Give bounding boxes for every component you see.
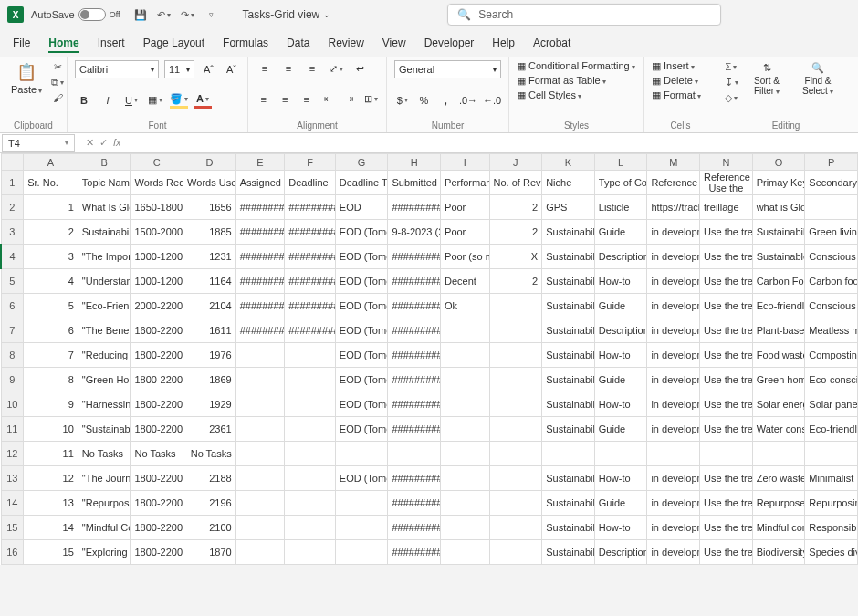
cell[interactable]: Ok [441,294,490,318]
cell[interactable] [441,516,490,540]
cell[interactable]: GPS [542,195,595,220]
cell[interactable]: Solar energy [752,392,805,417]
cell[interactable]: in development [647,245,700,269]
cell[interactable]: Use the treillage [700,516,753,540]
cell[interactable]: 6 [24,318,78,343]
cell[interactable]: ######### [285,294,336,318]
cell[interactable]: Conscious living [805,245,858,269]
cell[interactable] [388,442,441,466]
cell[interactable] [489,318,542,343]
search-input[interactable]: 🔍 Search [447,4,721,26]
font-color-button[interactable]: A [194,92,212,109]
italic-button[interactable]: I [99,92,117,109]
copy-icon[interactable]: ⧉ [51,76,64,89]
cell[interactable]: Use the treillage [700,491,753,516]
cell[interactable]: 1800-2200 [131,516,183,540]
cell[interactable] [235,417,285,442]
cell[interactable] [235,343,285,368]
cell[interactable]: 1800-2200 [131,343,183,368]
undo-icon[interactable]: ↶ [157,7,172,22]
cell[interactable] [335,516,388,540]
row-head-13[interactable]: 13 [1,466,24,491]
cell-styles-button[interactable]: ▦ Cell Styles [517,89,636,101]
number-format-select[interactable]: General▾ [394,60,501,78]
fx-icon[interactable]: fx [113,137,121,149]
cell[interactable]: 8 [24,368,78,392]
delete-cells-button[interactable]: ▦ Delete [652,75,709,87]
cell[interactable]: 2196 [183,491,236,516]
cell[interactable]: in development [647,269,700,294]
cell[interactable]: Water conservation [752,417,805,442]
cell[interactable]: Use the treillage [700,466,753,491]
header-cell[interactable]: Secondary Key [805,171,858,195]
cell[interactable]: 2100 [183,516,236,540]
tab-acrobat[interactable]: Acrobat [533,35,570,53]
header-cell[interactable]: Sr. No. [24,171,78,195]
cell[interactable]: "Exploring [78,540,131,565]
cell[interactable]: Use the treillage [700,343,753,368]
cell[interactable]: Solar panel [805,392,858,417]
cell[interactable]: EOD (Tomorrow) [335,392,388,417]
cell[interactable] [489,343,542,368]
header-cell[interactable]: Topic Name [78,171,131,195]
header-cell[interactable]: Reference IUse the [700,171,753,195]
cell[interactable]: "Harnessing [78,392,131,417]
cell[interactable]: ######### [388,466,441,491]
col-header-H[interactable]: H [388,154,441,171]
cell[interactable]: 10 [24,417,78,442]
col-header-L[interactable]: L [594,154,647,171]
cell[interactable]: 1650-1800 [131,195,183,220]
cell[interactable]: Description [594,245,647,269]
cell[interactable] [285,368,336,392]
cell[interactable]: Sustainability [542,343,595,368]
cell[interactable]: 1600-2200 [131,318,183,343]
document-title[interactable]: Tasks-Grid view ⌄ [243,8,331,21]
header-cell[interactable]: No. of Revisions [489,171,542,195]
cell[interactable] [285,466,336,491]
cell[interactable]: Meatless meals [805,318,858,343]
cell[interactable] [441,343,490,368]
spreadsheet-grid[interactable]: ABCDEFGHIJKLMNOP1Sr. No.Topic NameWords … [0,153,858,565]
cell[interactable]: what is Glonass GPS [752,195,805,220]
format-painter-icon[interactable]: 🖌 [51,91,64,104]
cell[interactable]: "Reducing Food [78,343,131,368]
cell[interactable]: "The Importance [78,245,131,269]
cell[interactable]: 2 [489,269,542,294]
cell[interactable]: 2 [24,220,78,245]
tab-data[interactable]: Data [287,35,309,53]
cell[interactable]: 1800-2200 [131,491,183,516]
cell[interactable]: 1885 [183,220,236,245]
cut-icon[interactable]: ✂ [51,60,64,73]
cell[interactable] [489,442,542,466]
merge-center-icon[interactable]: ⊞ [363,91,380,108]
align-left-icon[interactable]: ≡ [256,91,272,108]
row-head-10[interactable]: 10 [1,392,24,417]
cell[interactable]: Conscious consumer [805,294,858,318]
increase-decimal-icon[interactable]: .0→ [459,92,477,109]
cell[interactable]: Mindful consumption [752,516,805,540]
redo-icon[interactable]: ↷ [181,7,195,22]
cell[interactable]: Sustainability [542,269,595,294]
autosum-icon[interactable]: Σ [725,60,738,73]
row-head-7[interactable]: 7 [1,318,24,343]
header-cell[interactable]: Submitted [388,171,441,195]
fill-icon[interactable]: ↧ [725,76,738,89]
cell[interactable] [700,442,753,466]
underline-button[interactable]: U [122,92,141,109]
cell[interactable]: What Is Glonass [78,195,131,220]
cell[interactable]: Guide [594,220,647,245]
fill-color-button[interactable]: 🪣 [170,92,188,109]
col-header-F[interactable]: F [285,154,336,171]
header-cell[interactable]: Type of Content [594,171,647,195]
cell[interactable]: https://tracki [647,195,700,220]
cell[interactable]: "The Benefits [78,318,131,343]
cell[interactable]: ######### [388,195,441,220]
confirm-icon[interactable]: ✓ [99,137,108,149]
col-header-G[interactable]: G [335,154,388,171]
row-head-15[interactable]: 15 [1,516,24,540]
cell[interactable]: 1800-2200 [131,466,183,491]
find-select-button[interactable]: 🔍 Find & Select [796,60,840,99]
col-header-B[interactable]: B [78,154,131,171]
cell[interactable]: Composting [805,343,858,368]
col-header-O[interactable]: O [752,154,805,171]
